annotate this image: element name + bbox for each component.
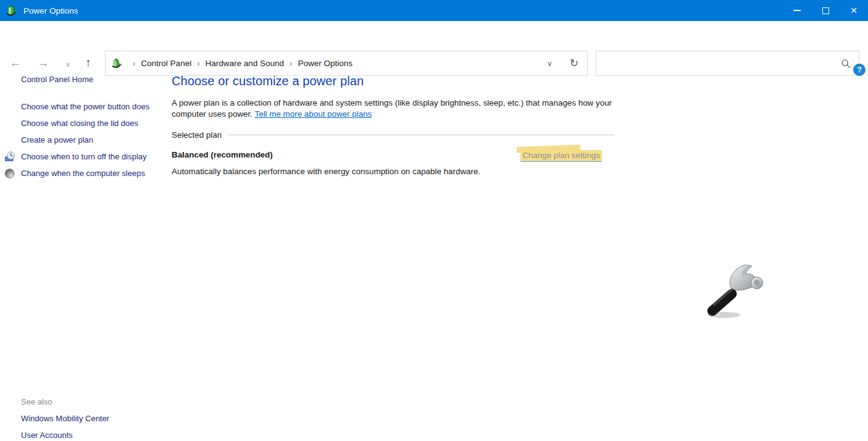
see-also-section: See also Windows Mobility Center User Ac…	[21, 397, 109, 441]
back-icon: ←	[10, 56, 22, 69]
plan-description: Automatically balances performance with …	[172, 166, 615, 177]
section-divider	[228, 135, 615, 135]
main-content: Choose or customize a power plan A power…	[172, 74, 615, 177]
back-button[interactable]: ←	[6, 53, 25, 73]
sidebar-item-computer-sleeps[interactable]: Change when the computer sleeps	[21, 168, 152, 178]
maximize-icon	[822, 7, 829, 14]
address-dropdown-icon[interactable]: ∨	[547, 59, 553, 68]
breadcrumb-separator-icon: ›	[133, 59, 135, 68]
breadcrumb-separator-icon: ›	[197, 59, 199, 68]
intro-paragraph: A power plan is a collection of hardware…	[172, 98, 615, 119]
tell-me-more-link[interactable]: Tell me more about power plans	[254, 109, 372, 119]
close-icon: ✕	[850, 6, 858, 15]
breadcrumb-separator-icon: ›	[290, 59, 292, 68]
plan-name: Balanced (recommended)	[172, 150, 273, 159]
breadcrumb[interactable]: › Control Panel › Hardware and Sound › P…	[105, 51, 588, 76]
chevron-down-icon: ∨	[65, 61, 70, 68]
see-also-label: See also	[21, 397, 109, 406]
minimize-button[interactable]	[783, 0, 811, 21]
page-title: Choose or customize a power plan	[172, 74, 615, 88]
maximize-button[interactable]	[811, 0, 840, 21]
intro-text: A power plan is a collection of hardware…	[172, 98, 612, 119]
breadcrumb-item-control-panel[interactable]: Control Panel	[141, 59, 191, 68]
search-box[interactable]	[596, 51, 859, 76]
window-controls: ✕	[783, 0, 868, 21]
sidebar-item-power-button[interactable]: Choose what the power button does	[21, 101, 152, 112]
sidebar-item-user-accounts[interactable]: User Accounts	[21, 430, 109, 440]
hammer-cursor-image	[706, 262, 767, 320]
search-input[interactable]	[596, 51, 841, 75]
sidebar-item-label: Choose when to turn off the display	[21, 152, 147, 161]
minimize-icon	[793, 10, 801, 11]
help-button[interactable]: ?	[853, 64, 866, 76]
selected-plan-section: Selected plan	[172, 130, 615, 140]
clock-display-icon	[4, 151, 15, 162]
titlebar: Power Options ✕	[0, 0, 868, 21]
recent-pages-dropdown[interactable]: ∨	[59, 54, 77, 74]
sidebar-item-control-panel-home[interactable]: Control Panel Home	[21, 74, 152, 85]
refresh-icon[interactable]: ↻	[570, 57, 578, 70]
up-arrow-icon: ↑	[85, 56, 91, 69]
sidebar-item-closing-lid[interactable]: Choose what closing the lid does	[21, 118, 152, 128]
sidebar-item-create-power-plan[interactable]: Create a power plan	[21, 135, 152, 145]
breadcrumb-item-power-options[interactable]: Power Options	[298, 59, 353, 68]
power-options-crumb-icon	[112, 58, 122, 69]
breadcrumb-item-hardware-and-sound[interactable]: Hardware and Sound	[206, 59, 285, 68]
sidebar-item-turn-off-display[interactable]: Choose when to turn off the display	[21, 151, 152, 162]
sidebar-item-windows-mobility-center[interactable]: Windows Mobility Center	[21, 413, 109, 424]
power-options-app-icon	[6, 5, 18, 17]
sidebar: Control Panel Home Choose what the power…	[21, 74, 152, 185]
forward-button[interactable]: →	[34, 53, 52, 73]
plan-row: Balanced (recommended) Change plan setti…	[172, 150, 615, 162]
sidebar-item-label: Change when the computer sleeps	[21, 169, 145, 178]
forward-icon: →	[38, 56, 49, 69]
question-mark-icon: ?	[857, 65, 862, 74]
sleep-moon-icon	[4, 168, 15, 179]
up-button[interactable]: ↑	[79, 53, 98, 73]
search-icon	[841, 59, 851, 69]
selected-plan-label: Selected plan	[172, 130, 222, 140]
change-plan-settings-link[interactable]: Change plan settings	[520, 150, 602, 162]
close-button[interactable]: ✕	[840, 0, 868, 21]
window-title: Power Options	[23, 6, 78, 15]
navigation-toolbar: ← → ∨ ↑ › Control Panel › Hardware and S…	[0, 21, 868, 62]
